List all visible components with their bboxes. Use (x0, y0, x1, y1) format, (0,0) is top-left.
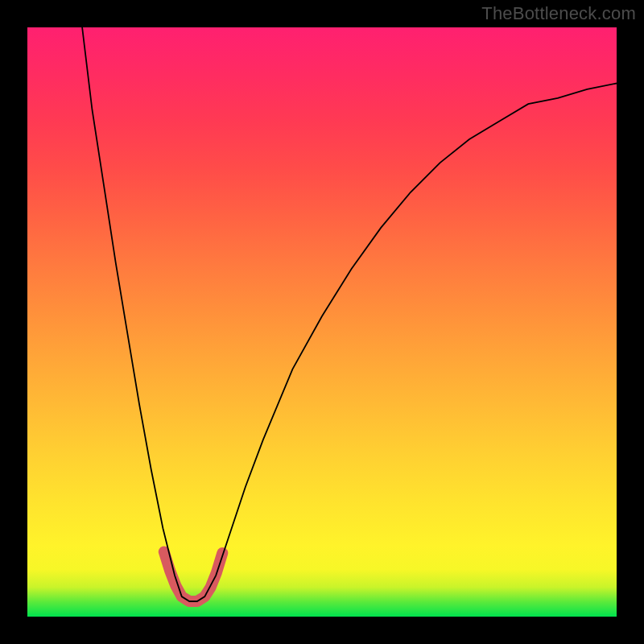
chart-stage: TheBottleneck.com (0, 0, 644, 644)
bottleneck-curve (82, 27, 617, 601)
valley-highlight (164, 552, 222, 602)
plot-area (27, 27, 617, 617)
curve-layer (27, 27, 617, 617)
watermark-text: TheBottleneck.com (481, 3, 636, 24)
